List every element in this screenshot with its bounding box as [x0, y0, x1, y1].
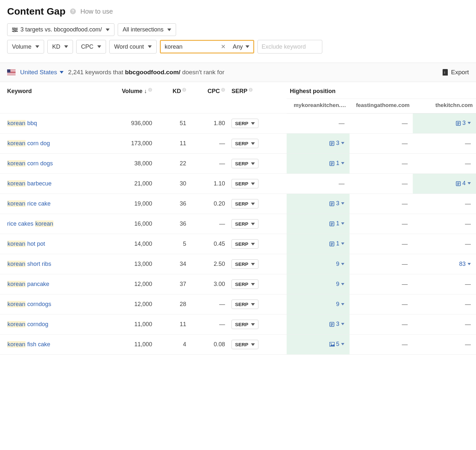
position-link[interactable]: 5 — [329, 341, 344, 348]
chevron-down-icon — [251, 303, 255, 306]
cpc-value: 0.20 — [189, 194, 228, 214]
info-icon[interactable]: i — [148, 88, 152, 92]
dash: — — [290, 120, 345, 127]
targets-dropdown[interactable]: 3 targets vs. bbcgoodfood.com/ — [7, 23, 114, 36]
serp-button[interactable]: SERP — [232, 279, 258, 289]
dash: — — [353, 281, 408, 288]
volume-filter[interactable]: Volume — [7, 40, 44, 53]
serp-button[interactable]: SERP — [232, 139, 258, 148]
serp-button[interactable]: SERP — [232, 259, 258, 269]
keyword-link[interactable]: rice cakes korean — [7, 220, 54, 227]
position-value: 1 — [336, 220, 339, 227]
col-competitor-1[interactable]: mykoreankitchen.com — [287, 99, 350, 113]
clear-icon[interactable]: ✕ — [218, 43, 229, 50]
dash: — — [353, 321, 408, 328]
position-value: 3 — [462, 120, 466, 126]
serp-button[interactable]: SERP — [232, 179, 258, 188]
info-icon[interactable]: i — [249, 88, 253, 92]
serp-button[interactable]: SERP — [232, 340, 258, 349]
keyword-link[interactable]: korean pancake — [7, 281, 49, 287]
position-link[interactable]: 1 — [329, 220, 344, 227]
kd-value: 37 — [155, 274, 189, 294]
col-kd[interactable]: KDi — [155, 82, 189, 113]
serp-button[interactable]: SERP — [232, 320, 258, 329]
dash: — — [416, 301, 471, 308]
intersections-label: All intersections — [123, 26, 163, 33]
info-icon[interactable]: i — [221, 88, 225, 92]
serp-button[interactable]: SERP — [232, 119, 258, 128]
word-count-label: Word count — [114, 43, 144, 50]
chevron-down-icon — [64, 45, 68, 48]
position-link[interactable]: 1 — [329, 240, 344, 247]
position-link[interactable]: 3 — [329, 321, 344, 327]
keyword-link[interactable]: korean bbq — [7, 120, 37, 126]
serp-button[interactable]: SERP — [232, 300, 258, 309]
intersections-dropdown[interactable]: All intersections — [118, 23, 176, 36]
dash: — — [353, 140, 408, 147]
position-link[interactable]: 9 — [336, 261, 344, 267]
kd-value: 34 — [155, 254, 189, 274]
serp-feature-icon — [329, 201, 334, 206]
kd-filter[interactable]: KD — [47, 40, 73, 53]
keyword-link[interactable]: korean hot pot — [7, 241, 45, 247]
position-link[interactable]: 9 — [336, 281, 344, 288]
serp-feature-icon — [329, 342, 334, 347]
keyword-link[interactable]: korean short ribs — [7, 261, 51, 267]
keyword-link[interactable]: korean rice cake — [7, 200, 51, 207]
col-cpc[interactable]: CPCi — [189, 82, 228, 113]
export-button[interactable]: Export — [443, 69, 469, 76]
col-serp[interactable]: SERPi — [228, 82, 287, 113]
chevron-down-icon — [341, 303, 344, 305]
keyword-include-input[interactable] — [161, 41, 218, 53]
serp-label: SERP — [235, 281, 248, 287]
keyword-link[interactable]: korean corndogs — [7, 301, 51, 307]
position-value: 1 — [336, 160, 339, 167]
chevron-down-icon — [251, 223, 255, 225]
position-link[interactable]: 3 — [329, 200, 344, 207]
position-link[interactable]: 4 — [456, 180, 471, 187]
cpc-value: — — [189, 134, 228, 154]
chevron-down-icon — [251, 343, 255, 346]
chevron-down-icon — [341, 142, 344, 144]
how-to-use-link[interactable]: How to use — [80, 8, 113, 15]
help-icon[interactable]: ? — [70, 8, 76, 14]
cpc-filter[interactable]: CPC — [76, 40, 106, 53]
col-volume[interactable]: Volume ↓i — [97, 82, 156, 113]
country-dropdown[interactable]: United States — [20, 69, 64, 76]
volume-value: 14,000 — [97, 234, 156, 254]
table-row: korean hot pot14,00050.45SERP1—— — [0, 234, 476, 254]
serp-button[interactable]: SERP — [232, 219, 258, 229]
serp-feature-icon — [329, 242, 334, 246]
volume-value: 13,000 — [97, 254, 156, 274]
keyword-link[interactable]: korean corn dogs — [7, 160, 53, 167]
position-value: 3 — [336, 140, 339, 147]
serp-button[interactable]: SERP — [232, 159, 258, 168]
keyword-link[interactable]: korean corn dog — [7, 140, 50, 147]
dash: — — [416, 160, 471, 167]
keyword-link[interactable]: korean corndog — [7, 321, 48, 327]
kd-label: KD — [52, 43, 60, 50]
keyword-link[interactable]: korean fish cake — [7, 341, 50, 348]
keyword-exclude-input[interactable] — [257, 40, 322, 53]
position-link[interactable]: 3 — [329, 140, 344, 147]
position-link[interactable]: 1 — [329, 160, 344, 167]
info-icon[interactable]: i — [182, 88, 186, 92]
serp-button[interactable]: SERP — [232, 239, 258, 249]
dash: — — [353, 241, 408, 247]
dash: — — [416, 321, 471, 328]
keyword-include-filter[interactable]: ✕ Any — [160, 40, 254, 53]
word-count-filter[interactable]: Word count — [109, 40, 157, 53]
position-link[interactable]: 3 — [456, 120, 471, 126]
chevron-down-icon — [341, 243, 344, 245]
col-competitor-3[interactable]: thekitchn.com — [413, 99, 476, 113]
chevron-down-icon — [251, 323, 255, 326]
dash: — — [353, 301, 408, 308]
position-link[interactable]: 83 — [459, 261, 471, 267]
chevron-down-icon — [60, 71, 64, 74]
serp-button[interactable]: SERP — [232, 199, 258, 208]
col-keyword[interactable]: Keyword — [0, 82, 97, 113]
keyword-link[interactable]: korean barbecue — [7, 180, 52, 187]
col-competitor-2[interactable]: feastingathome.com — [350, 99, 413, 113]
position-link[interactable]: 9 — [336, 301, 344, 308]
keyword-match-dropdown[interactable]: Any — [229, 41, 253, 53]
